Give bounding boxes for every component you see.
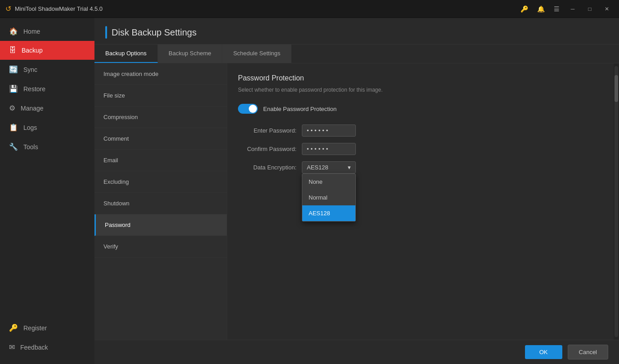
settings-item-shutdown[interactable]: Shutdown <box>94 193 227 214</box>
header-accent <box>105 26 107 39</box>
settings-item-file-size[interactable]: File size <box>94 85 227 107</box>
titlebar: ↺ MiniTool ShadowMaker Trial 4.5.0 🔑 🔔 ☰… <box>0 0 619 18</box>
scrollbar-track <box>615 66 618 337</box>
bell-icon[interactable]: 🔔 <box>534 4 547 14</box>
settings-content: Password Protection Select whether to en… <box>227 63 614 340</box>
footer: OK Cancel <box>94 340 619 364</box>
restore-icon: 💾 <box>9 84 18 93</box>
section-title: Password Protection <box>238 74 603 82</box>
sidebar-item-logs[interactable]: 📋 Logs <box>0 118 94 137</box>
home-icon: 🏠 <box>9 27 18 36</box>
minimize-button[interactable]: ─ <box>566 2 579 16</box>
logs-icon: 📋 <box>9 123 18 132</box>
settings-item-excluding[interactable]: Excluding <box>94 171 227 193</box>
feedback-icon: ✉ <box>9 343 15 351</box>
right-scrollbar[interactable] <box>614 63 619 340</box>
panels: Image creation mode File size Compressio… <box>94 63 619 340</box>
encryption-dropdown-container: AES128 ▾ None Normal AES128 <box>302 161 356 173</box>
close-button[interactable]: ✕ <box>600 2 614 16</box>
enter-password-label: Enter Password: <box>238 127 296 134</box>
tab-backup-options[interactable]: Backup Options <box>94 44 158 63</box>
sidebar-item-tools[interactable]: 🔧 Tools <box>0 137 94 156</box>
settings-item-password[interactable]: Password <box>94 214 227 236</box>
titlebar-actions: 🔑 🔔 ☰ ─ □ ✕ <box>518 2 614 16</box>
encryption-option-aes128[interactable]: AES128 <box>302 205 355 221</box>
settings-item-email[interactable]: Email <box>94 150 227 171</box>
confirm-password-row: Confirm Password: <box>238 143 603 155</box>
page-title: Disk Backup Settings <box>112 27 197 38</box>
maximize-button[interactable]: □ <box>583 2 597 16</box>
sidebar-item-label: Register <box>23 324 47 332</box>
sidebar-item-label: Manage <box>21 105 44 112</box>
tab-bar: Backup Options Backup Scheme Schedule Se… <box>94 44 619 63</box>
encryption-dropdown-trigger[interactable]: AES128 ▾ <box>302 161 356 173</box>
app-title: MiniTool ShadowMaker Trial 4.5.0 <box>15 5 518 12</box>
sidebar-item-label: Tools <box>23 143 38 151</box>
sidebar-item-manage[interactable]: ⚙ Manage <box>0 98 94 118</box>
sidebar-item-label: Backup <box>22 47 43 54</box>
app-body: 🏠 Home 🗄 Backup 🔄 Sync 💾 Restore ⚙ Manag… <box>0 18 619 364</box>
sidebar-item-feedback[interactable]: ✉ Feedback <box>0 337 94 357</box>
sidebar: 🏠 Home 🗄 Backup 🔄 Sync 💾 Restore ⚙ Manag… <box>0 18 94 364</box>
confirm-password-input[interactable] <box>302 143 356 155</box>
encryption-current-value: AES128 <box>307 164 328 171</box>
toggle-row: Enable Password Protection <box>238 104 603 114</box>
sidebar-item-sync[interactable]: 🔄 Sync <box>0 60 94 79</box>
sidebar-item-label: Home <box>23 28 40 35</box>
sidebar-item-label: Sync <box>23 66 37 73</box>
content-area: Disk Backup Settings Backup Options Back… <box>94 18 619 364</box>
sidebar-item-backup[interactable]: 🗄 Backup <box>0 41 94 60</box>
backup-icon: 🗄 <box>9 46 16 54</box>
encryption-dropdown-menu: None Normal AES128 <box>302 173 356 222</box>
menu-icon[interactable]: ☰ <box>551 4 562 14</box>
encryption-option-none[interactable]: None <box>302 174 355 190</box>
data-encryption-row: Data Encryption: AES128 ▾ None Normal <box>238 161 603 173</box>
settings-item-comment[interactable]: Comment <box>94 128 227 150</box>
key-icon[interactable]: 🔑 <box>518 4 531 14</box>
manage-icon: ⚙ <box>9 104 15 112</box>
settings-item-compression[interactable]: Compression <box>94 107 227 128</box>
ok-button[interactable]: OK <box>525 345 562 359</box>
toggle-label: Enable Password Protection <box>263 106 336 112</box>
confirm-password-label: Confirm Password: <box>238 146 296 152</box>
register-icon: 🔑 <box>9 324 18 332</box>
encryption-option-normal[interactable]: Normal <box>302 190 355 205</box>
sidebar-item-label: Restore <box>23 85 45 93</box>
scrollbar-thumb[interactable] <box>615 75 618 102</box>
enter-password-input[interactable] <box>302 124 356 137</box>
cancel-button[interactable]: Cancel <box>568 345 608 360</box>
page-header: Disk Backup Settings <box>94 18 619 44</box>
sync-icon: 🔄 <box>9 65 18 74</box>
section-description: Select whether to enable password protec… <box>238 87 603 93</box>
enter-password-row: Enter Password: <box>238 124 603 137</box>
app-logo: ↺ <box>5 4 11 13</box>
sidebar-item-register[interactable]: 🔑 Register <box>0 318 94 337</box>
password-protection-toggle[interactable] <box>238 104 258 114</box>
chevron-down-icon: ▾ <box>348 164 351 171</box>
sidebar-item-home[interactable]: 🏠 Home <box>0 22 94 41</box>
settings-item-image-creation-mode[interactable]: Image creation mode <box>94 63 227 85</box>
sidebar-item-restore[interactable]: 💾 Restore <box>0 79 94 98</box>
settings-list: Image creation mode File size Compressio… <box>94 63 227 340</box>
data-encryption-label: Data Encryption: <box>238 164 296 171</box>
sidebar-item-label: Logs <box>23 124 37 131</box>
tab-schedule-settings[interactable]: Schedule Settings <box>222 44 292 63</box>
settings-item-verify[interactable]: Verify <box>94 236 227 257</box>
sidebar-item-label: Feedback <box>20 344 48 351</box>
sidebar-bottom: 🔑 Register ✉ Feedback <box>0 318 94 364</box>
tools-icon: 🔧 <box>9 142 18 151</box>
tab-backup-scheme[interactable]: Backup Scheme <box>158 44 223 63</box>
